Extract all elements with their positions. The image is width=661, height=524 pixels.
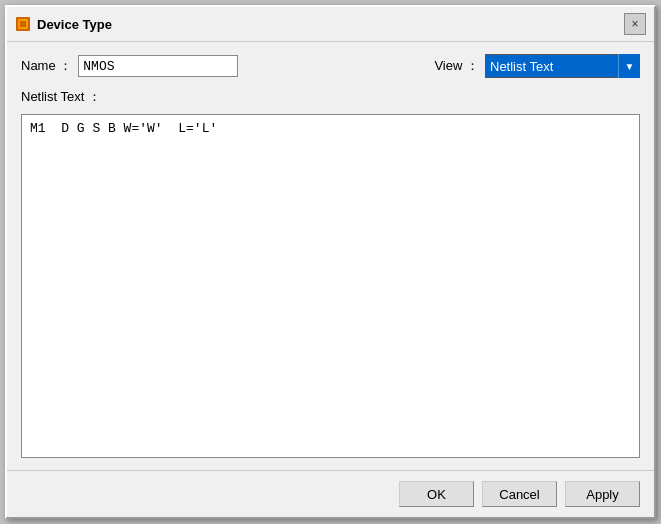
title-bar: Device Type × (7, 7, 654, 42)
view-group: View ： Netlist Text Symbol Schematic ▼ (434, 54, 640, 78)
name-group: Name ： (21, 55, 238, 77)
name-label: Name ： (21, 57, 72, 75)
top-row: Name ： View ： Netlist Text Symbol Schema… (21, 54, 640, 78)
close-button[interactable]: × (624, 13, 646, 35)
cancel-button[interactable]: Cancel (482, 481, 557, 507)
dialog-footer: OK Cancel Apply (7, 470, 654, 517)
title-bar-left: Device Type (15, 16, 112, 32)
netlist-label: Netlist Text ： (21, 88, 640, 106)
svg-rect-2 (20, 21, 26, 27)
dialog-content: Name ： View ： Netlist Text Symbol Schema… (7, 42, 654, 470)
device-type-dialog: Device Type × Name ： View ： Netlist Text… (5, 5, 656, 519)
netlist-text-area-wrapper: M1 D G S B W='W' L='L' (21, 114, 640, 458)
view-select[interactable]: Netlist Text Symbol Schematic (485, 54, 640, 78)
apply-button[interactable]: Apply (565, 481, 640, 507)
device-type-icon (15, 16, 31, 32)
view-label: View ： (434, 57, 479, 75)
name-input[interactable] (78, 55, 238, 77)
dialog-title: Device Type (37, 17, 112, 32)
view-select-wrapper: Netlist Text Symbol Schematic ▼ (485, 54, 640, 78)
ok-button[interactable]: OK (399, 481, 474, 507)
netlist-text-area[interactable]: M1 D G S B W='W' L='L' (22, 115, 639, 457)
